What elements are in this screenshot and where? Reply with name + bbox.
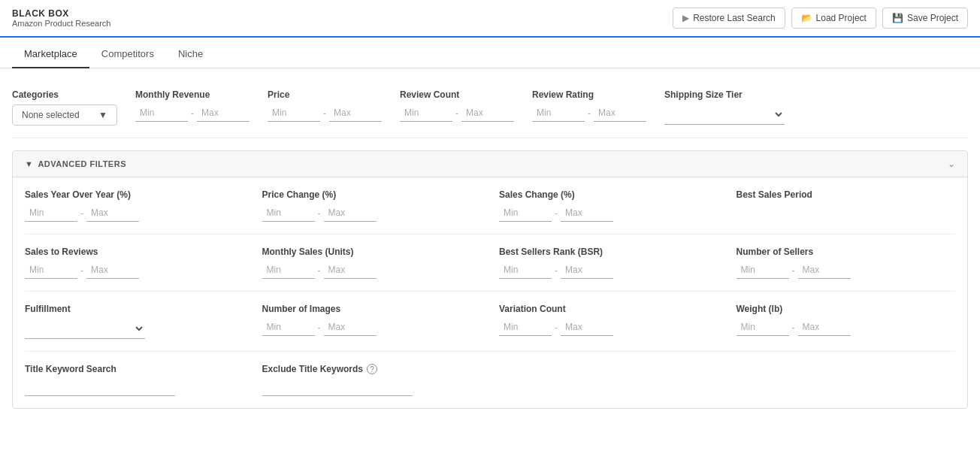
tab-niche[interactable]: Niche — [166, 41, 215, 68]
shipping-size-tier-select[interactable] — [664, 104, 785, 125]
number-of-images-min-input[interactable] — [262, 319, 315, 336]
monthly-sales-filter-group: Monthly Sales (Units) - — [262, 247, 482, 279]
number-of-images-label: Number of Images — [262, 304, 482, 314]
monthly-revenue-inputs: - — [135, 104, 250, 122]
sales-yoy-max-input[interactable] — [86, 204, 139, 222]
sales-yoy-dash: - — [80, 208, 83, 219]
advanced-chevron-icon: ⌄ — [948, 159, 955, 169]
review-rating-min-input[interactable] — [532, 104, 585, 122]
advanced-row-1: Sales Year Over Year (%) - Price Change … — [25, 189, 955, 235]
variation-count-dash: - — [555, 322, 558, 333]
monthly-sales-dash: - — [318, 265, 321, 276]
fulfillment-select[interactable] — [25, 319, 145, 339]
categories-filter-group: Categories None selected ▼ — [12, 89, 117, 126]
review-count-dash: - — [455, 108, 458, 119]
advanced-filters-header[interactable]: ▼ ADVANCED FILTERS ⌄ — [13, 151, 967, 177]
header-actions: ▶ Restore Last Search 📂 Load Project 💾 S… — [673, 8, 968, 29]
exclude-title-label-row: Exclude Title Keywords ? — [262, 364, 482, 374]
number-of-sellers-min-input[interactable] — [737, 262, 789, 279]
app-subtitle: Amazon Product Research — [12, 19, 110, 28]
review-rating-max-input[interactable] — [594, 104, 646, 122]
save-icon: 💾 — [892, 13, 903, 23]
sales-yoy-min-input[interactable] — [25, 204, 77, 222]
review-count-max-input[interactable] — [461, 104, 514, 122]
price-filter-group: Price - — [268, 89, 382, 122]
price-max-input[interactable] — [329, 104, 382, 122]
monthly-revenue-label: Monthly Revenue — [135, 89, 250, 100]
save-label: Save Project — [907, 13, 958, 23]
sales-change-dash: - — [555, 208, 558, 219]
monthly-revenue-dash: - — [191, 108, 194, 119]
fulfillment-filter-group: Fulfillment — [25, 304, 244, 339]
shipping-size-tier-filter-group: Shipping Size Tier — [664, 89, 785, 125]
load-label: Load Project — [816, 13, 867, 23]
basic-filters-row: Categories None selected ▼ Monthly Reven… — [12, 80, 968, 138]
tab-marketplace[interactable]: Marketplace — [12, 41, 89, 68]
title-keyword-search-input[interactable] — [25, 379, 175, 396]
categories-label: Categories — [12, 89, 117, 100]
weight-min-input[interactable] — [737, 319, 789, 336]
sales-to-reviews-min-input[interactable] — [25, 262, 77, 279]
weight-filter-group: Weight (lb) - — [737, 304, 956, 339]
app-branding: BLACK BOX Amazon Product Research — [12, 8, 110, 28]
sales-change-min-input[interactable] — [499, 204, 552, 222]
variation-count-min-input[interactable] — [499, 319, 552, 336]
price-change-inputs: - — [262, 204, 482, 222]
number-of-sellers-dash: - — [792, 265, 795, 276]
price-label: Price — [268, 89, 382, 100]
review-rating-inputs: - — [532, 104, 646, 122]
exclude-title-help-icon[interactable]: ? — [367, 364, 377, 374]
price-change-max-input[interactable] — [324, 204, 377, 222]
categories-chevron-icon: ▼ — [98, 110, 107, 120]
advanced-filters-body: Sales Year Over Year (%) - Price Change … — [13, 177, 967, 408]
monthly-revenue-filter-group: Monthly Revenue - — [135, 89, 250, 122]
review-count-filter-group: Review Count - — [400, 89, 514, 122]
bsr-max-input[interactable] — [561, 262, 613, 279]
sales-change-max-input[interactable] — [561, 204, 613, 222]
shipping-size-tier-label: Shipping Size Tier — [664, 89, 785, 100]
sales-change-inputs: - — [499, 204, 718, 222]
advanced-filters-title-group: ▼ ADVANCED FILTERS — [25, 159, 126, 168]
monthly-revenue-max-input[interactable] — [197, 104, 250, 122]
restore-icon: ▶ — [682, 13, 689, 23]
sales-to-reviews-filter-group: Sales to Reviews - — [25, 247, 244, 279]
variation-count-filter-group: Variation Count - — [499, 304, 718, 339]
sales-to-reviews-dash: - — [80, 265, 83, 276]
number-of-sellers-max-input[interactable] — [798, 262, 851, 279]
number-of-images-max-input[interactable] — [324, 319, 377, 336]
title-keyword-search-label: Title Keyword Search — [25, 364, 244, 374]
review-count-label: Review Count — [400, 89, 514, 100]
best-sales-period-label: Best Sales Period — [737, 189, 956, 200]
price-dash: - — [323, 108, 326, 119]
review-rating-label: Review Rating — [532, 89, 646, 100]
categories-dropdown[interactable]: None selected ▼ — [12, 104, 117, 126]
monthly-sales-max-input[interactable] — [324, 262, 377, 279]
exclude-title-keywords-label: Exclude Title Keywords — [262, 364, 364, 374]
save-project-button[interactable]: 💾 Save Project — [882, 8, 968, 29]
sales-change-label: Sales Change (%) — [499, 189, 718, 200]
exclude-title-keywords-input[interactable] — [262, 379, 413, 396]
advanced-filters-label: ADVANCED FILTERS — [38, 159, 126, 168]
price-change-label: Price Change (%) — [262, 189, 482, 200]
monthly-revenue-min-input[interactable] — [135, 104, 188, 122]
advanced-filters-section: ▼ ADVANCED FILTERS ⌄ Sales Year Over Yea… — [12, 150, 968, 409]
exclude-title-keywords-filter-group: Exclude Title Keywords ? — [262, 364, 482, 396]
variation-count-max-input[interactable] — [561, 319, 613, 336]
monthly-sales-label: Monthly Sales (Units) — [262, 247, 482, 257]
tab-competitors[interactable]: Competitors — [89, 41, 166, 68]
restore-last-search-button[interactable]: ▶ Restore Last Search — [673, 8, 785, 29]
bsr-min-input[interactable] — [499, 262, 552, 279]
review-count-min-input[interactable] — [400, 104, 452, 122]
weight-max-input[interactable] — [798, 319, 851, 336]
sales-change-filter-group: Sales Change (%) - — [499, 189, 718, 222]
bsr-inputs: - — [499, 262, 718, 279]
review-rating-dash: - — [588, 108, 591, 119]
price-change-min-input[interactable] — [262, 204, 315, 222]
price-min-input[interactable] — [268, 104, 320, 122]
load-project-button[interactable]: 📂 Load Project — [791, 8, 876, 29]
best-sales-period-filter-group: Best Sales Period — [737, 189, 956, 222]
sales-to-reviews-max-input[interactable] — [86, 262, 139, 279]
main-content: Categories None selected ▼ Monthly Reven… — [0, 68, 980, 421]
price-change-dash: - — [318, 208, 321, 219]
monthly-sales-min-input[interactable] — [262, 262, 315, 279]
